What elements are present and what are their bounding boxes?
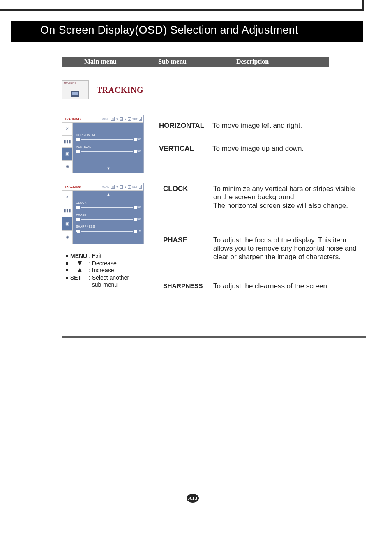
legend-menu-key: MENU [70,253,89,260]
osd1-set-btn: SET [132,118,138,120]
color-icon: ▮▮▮ [62,136,72,148]
header-main-menu: Main menu [84,58,117,65]
tracking-heading: TRACKING [97,85,143,95]
legend: MENU : Exit : Decrease : Increase SET : … [66,253,129,289]
osd1-arrow-down-icon: ▼ [76,166,141,171]
legend-increase-text: : Increase [89,267,114,274]
term-phase: PHASE [163,236,187,244]
legend-decrease-text: : Decrease [89,260,117,267]
term-horizontal: HORIZONTAL [159,122,204,130]
desc-horizontal: HORIZONTAL To move image left and right. [159,122,356,131]
legend-menu-text: : Exit [89,253,101,260]
osd1-row-vertical: VERTICAL 50 [76,145,141,153]
term-sharpness: SHARPNESS [163,282,203,290]
legend-menu: MENU : Exit [66,253,129,260]
text-phase: To adjust the focus of the display. This… [213,236,361,261]
osd2-title: TRACKING [65,185,81,188]
bullet-icon [66,255,68,257]
osd2-arrow-up-icon: ▲ [76,192,141,196]
divider [62,336,366,338]
osd1-panel: HORIZONTAL 50 VERTICAL 50 ▼ [73,123,143,173]
setup-icon: ✺ [62,161,72,173]
legend-set-text: : Select another [89,274,129,282]
term-vertical: VERTICAL [159,145,194,153]
tracking-tab-icon: ▣ [62,217,72,231]
page-number-badge: A13 [187,494,199,503]
header-sub-menu: Sub menu [158,58,187,65]
text-clock: To minimize any vertical bars or stripes… [213,185,361,210]
osd2-row-sharpness: SHARPNESS 5 [76,225,141,233]
tracking-icon-label: TRACKING [64,82,76,84]
tracking-icon: TRACKING [62,80,89,99]
page-number: A13 [188,495,197,501]
legend-decrease: : Decrease [66,260,129,267]
text-horizontal: To move image left and right. [212,122,356,130]
osd1-title: TRACKING [65,117,81,120]
osd2-clock-label: CLOCK [76,201,141,204]
bullet-icon [66,269,68,271]
osd2-panel: ▲ CLOCK 50 PHASE 50 SHARPNESS 5 [73,191,143,244]
osd2-phase-label: PHASE [76,213,141,216]
osd2-row-clock: CLOCK 50 [76,201,141,209]
page-title: On Screen Display(OSD) Selection and Adj… [40,24,298,37]
osd2-menu-btn: MENU [102,186,110,188]
legend-set: SET : Select another [66,274,129,282]
legend-increase: : Increase [66,267,129,274]
brightness-icon: ☀ [62,123,72,136]
setup-icon: ✺ [62,231,72,244]
triangle-up-icon [78,268,82,272]
legend-set-text2: sub-menu [89,281,118,289]
desc-sharpness: SHARPNESS To adjust the clearness of the… [163,282,360,292]
triangle-down-icon [78,261,82,265]
bullet-icon [66,262,68,265]
desc-phase: PHASE To adjust the focus of the display… [163,236,360,273]
column-header-bar: Main menu Sub menu Description [62,57,329,67]
crop-mark-horizontal [0,9,364,11]
tracking-tab-icon: ▣ [62,148,72,161]
term-clock: CLOCK [163,185,188,193]
osd1-sidebar: ☀ ▮▮▮ ▣ ✺ [62,123,73,173]
desc-vertical: VERTICAL To move image up and down. [159,145,356,154]
color-icon: ▮▮▮ [62,204,72,218]
osd-screenshot-1: TRACKING MENU⊠ ▼− ▲+ SET▸ ☀ ▮▮▮ ▣ ✺ HORI… [62,115,144,173]
osd2-row-phase: PHASE 50 [76,213,141,221]
text-vertical: To move image up and down. [212,145,356,153]
tracking-mini-icon [71,91,79,97]
text-sharpness: To adjust the clearness of the screen. [213,282,361,290]
osd1-vertical-label: VERTICAL [76,145,141,148]
osd2-sharpness-label: SHARPNESS [76,225,141,228]
osd1-header: TRACKING MENU⊠ ▼− ▲+ SET▸ [62,115,143,123]
osd2-header: TRACKING MENU⊠ ▼− ▲+ SET▸ [62,183,143,191]
brightness-icon: ☀ [62,191,72,204]
osd1-horizontal-label: HORIZONTAL [76,133,141,136]
osd1-menu-btn: MENU [102,118,110,120]
legend-set-cont: sub-menu [89,281,129,289]
desc-clock: CLOCK To minimize any vertical bars or s… [163,185,360,222]
bullet-icon [66,277,68,279]
legend-set-key: SET [70,274,89,282]
osd2-set-btn: SET [132,186,138,188]
osd2-sidebar: ☀ ▮▮▮ ▣ ✺ [62,191,73,244]
osd-screenshot-2: TRACKING MENU⊠ ▼− ▲+ SET▸ ☀ ▮▮▮ ▣ ✺ ▲ CL… [62,183,144,244]
osd1-row-horizontal: HORIZONTAL 50 [76,133,141,141]
header-description: Description [236,58,269,65]
crop-mark-vertical [362,0,364,10]
